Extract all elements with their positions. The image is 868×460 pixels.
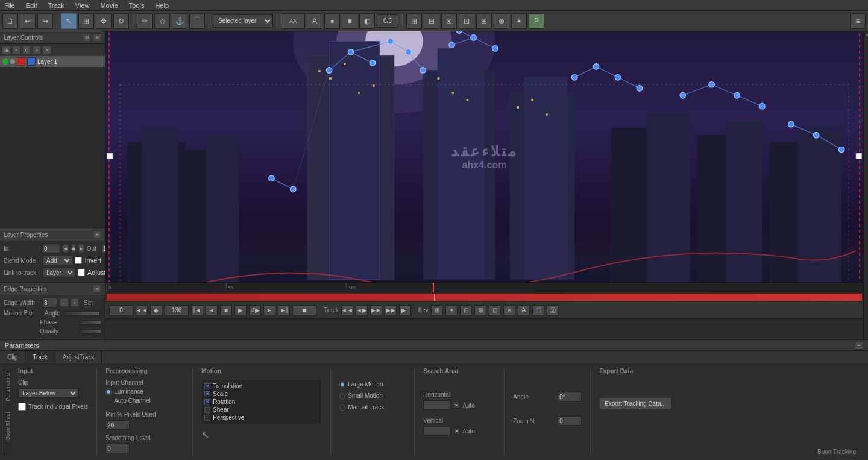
frame-step-prev-btn[interactable]: ◄◄ bbox=[136, 305, 148, 316]
params-expand-icon[interactable]: ≡ bbox=[855, 341, 863, 350]
track-next-btn[interactable]: ▶► bbox=[370, 305, 382, 316]
tool-redo[interactable]: ↪ bbox=[37, 13, 53, 29]
tool-grid1[interactable]: ⊞ bbox=[406, 13, 422, 29]
key-btn5[interactable]: ⊡ bbox=[489, 305, 501, 316]
large-motion-radio[interactable] bbox=[339, 382, 345, 388]
next-frame-btn[interactable]: ► bbox=[263, 305, 275, 316]
end-frame-input[interactable] bbox=[165, 305, 189, 316]
tool-square[interactable]: ■ bbox=[342, 13, 357, 29]
horizontal-input[interactable] bbox=[423, 400, 450, 410]
key-btn8[interactable]: 🎵 bbox=[532, 305, 544, 316]
layer-icon-4[interactable]: ≡ bbox=[33, 46, 41, 54]
panel-icon-close[interactable]: ✕ bbox=[93, 33, 101, 42]
key-btn3[interactable]: ⊟ bbox=[460, 305, 472, 316]
in-diamond[interactable]: ◆ bbox=[71, 244, 76, 253]
prev-frame-btn[interactable]: ◄ bbox=[206, 305, 218, 316]
in-next-btn[interactable]: ► bbox=[78, 244, 84, 253]
tool-rotate[interactable]: ↻ bbox=[113, 13, 129, 29]
track-all-btn[interactable]: ▶| bbox=[399, 305, 411, 316]
layer-icon-2[interactable]: + bbox=[12, 46, 20, 54]
layer-icon-3[interactable]: ⚙ bbox=[22, 46, 31, 54]
edge-width-input[interactable] bbox=[42, 298, 57, 307]
layer-icon-1[interactable]: ⊞ bbox=[2, 46, 10, 54]
tool-a[interactable]: A bbox=[307, 13, 322, 29]
tool-select[interactable]: ↖ bbox=[61, 13, 77, 29]
angle-slider[interactable] bbox=[64, 311, 100, 316]
canvas-viewport[interactable]: متلاءعقد ahx4.com bbox=[105, 31, 863, 282]
layer-props-close[interactable]: ✕ bbox=[93, 230, 101, 239]
tool-pen[interactable]: ✏ bbox=[137, 13, 153, 29]
horizontal-auto-checkbox[interactable]: ✕ bbox=[453, 402, 460, 409]
zoom-input[interactable] bbox=[558, 416, 582, 426]
menu-movie[interactable]: Movie bbox=[98, 2, 119, 9]
frame-number-input[interactable] bbox=[109, 305, 133, 316]
quality-slider[interactable] bbox=[80, 329, 101, 334]
tab-track[interactable]: Track bbox=[25, 351, 55, 364]
key-btn9[interactable]: ⓪ bbox=[547, 305, 559, 316]
track-prev-btn[interactable]: ◄◄ bbox=[341, 305, 353, 316]
small-motion-radio[interactable] bbox=[339, 393, 345, 399]
tool-p[interactable]: P bbox=[529, 13, 544, 29]
track-play-btn[interactable]: ◄▶ bbox=[356, 305, 368, 316]
play-btn[interactable]: ▶ bbox=[234, 305, 247, 316]
go-end-btn[interactable]: ►| bbox=[278, 305, 290, 316]
tool-move[interactable]: ✥ bbox=[96, 13, 112, 29]
vertical-tab-parameters[interactable]: Parameters bbox=[4, 368, 12, 406]
angle-input[interactable] bbox=[558, 392, 582, 402]
menu-help[interactable]: Help bbox=[153, 2, 171, 9]
perspective-check[interactable] bbox=[204, 415, 210, 421]
menu-file[interactable]: File bbox=[2, 2, 17, 9]
tab-clip[interactable]: Clip bbox=[0, 351, 25, 364]
panel-expand-icon[interactable]: ≡ bbox=[850, 13, 866, 29]
menu-edit[interactable]: Edit bbox=[24, 2, 39, 9]
shear-check[interactable] bbox=[204, 407, 210, 413]
in-prev-btn[interactable]: ◄ bbox=[63, 244, 69, 253]
menu-track[interactable]: Track bbox=[46, 2, 66, 9]
key-btn2[interactable]: ✦ bbox=[445, 305, 458, 316]
in-input[interactable] bbox=[42, 244, 60, 253]
tool-circle[interactable]: ● bbox=[324, 13, 340, 29]
vertical-input[interactable] bbox=[423, 426, 450, 436]
tool-link[interactable]: ⚓ bbox=[172, 13, 187, 29]
edge-width-plus[interactable]: + bbox=[71, 298, 79, 307]
export-tracking-btn[interactable]: Export Tracking Data... bbox=[599, 397, 671, 409]
rotation-check[interactable]: ✕ bbox=[204, 399, 210, 405]
tool-grid4[interactable]: ⊡ bbox=[459, 13, 474, 29]
key-btn4[interactable]: ⊠ bbox=[474, 305, 486, 316]
record-btn[interactable]: ⏺ bbox=[292, 305, 316, 316]
tool-aa[interactable]: AA bbox=[281, 13, 305, 29]
timeline-track-bar[interactable] bbox=[107, 294, 862, 301]
panel-icon-gear[interactable]: ⚙ bbox=[83, 33, 91, 42]
min-pixels-input[interactable] bbox=[105, 420, 130, 430]
menu-tools[interactable]: Tools bbox=[127, 2, 146, 9]
layer-1-row[interactable]: Layer 1 bbox=[0, 56, 105, 67]
tab-adjust-track[interactable]: AdjustTrack bbox=[55, 351, 102, 364]
smoothing-input[interactable] bbox=[105, 444, 130, 453]
tool-grid5[interactable]: ⊞ bbox=[476, 13, 492, 29]
track-btn[interactable]: ▶▶ bbox=[385, 305, 397, 316]
tool-grid3[interactable]: ⊠ bbox=[441, 13, 457, 29]
stop-btn[interactable]: ■ bbox=[220, 305, 232, 316]
edge-width-minus[interactable]: - bbox=[60, 298, 68, 307]
tool-opacity[interactable]: ◐ bbox=[359, 13, 375, 29]
phase-slider[interactable] bbox=[80, 320, 101, 325]
tool-undo[interactable]: ↩ bbox=[20, 13, 36, 29]
vertical-tab-dope-sheet[interactable]: Dope Sheet bbox=[4, 406, 12, 446]
opacity-input[interactable]: 0.5 bbox=[377, 14, 398, 28]
key-btn6[interactable]: ✕ bbox=[503, 305, 515, 316]
translation-check[interactable]: ✕ bbox=[204, 383, 210, 389]
tool-grid6[interactable]: ⊗ bbox=[494, 13, 509, 29]
track-individual-checkbox[interactable] bbox=[18, 403, 26, 411]
blend-mode-select[interactable]: Add bbox=[42, 256, 72, 265]
play-loop-btn[interactable]: ↺▶ bbox=[249, 305, 261, 316]
selected-layer-dropdown[interactable]: Selected layer bbox=[213, 14, 273, 28]
clip-select[interactable]: Layer Below bbox=[18, 388, 78, 398]
menu-view[interactable]: View bbox=[74, 2, 92, 9]
key-btn1[interactable]: ⊞ bbox=[431, 305, 443, 316]
invert-checkbox[interactable] bbox=[75, 257, 82, 264]
vertical-auto-checkbox[interactable]: ✕ bbox=[453, 427, 460, 435]
tool-bezier[interactable]: ⌒ bbox=[189, 13, 205, 29]
tool-shape[interactable]: ◇ bbox=[154, 13, 170, 29]
tool-asterisk[interactable]: ✶ bbox=[511, 13, 527, 29]
frame-keyframe-btn[interactable]: ◆ bbox=[150, 305, 162, 316]
